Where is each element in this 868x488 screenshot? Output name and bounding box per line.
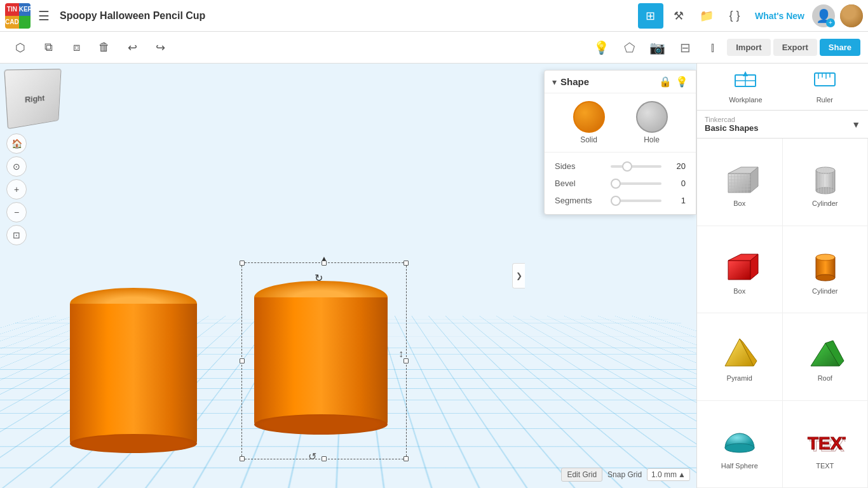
- bevel-label: Bevel: [555, 179, 606, 188]
- zoom-in-button[interactable]: +: [6, 179, 27, 200]
- hole-option[interactable]: Hole: [636, 101, 668, 144]
- camera-icon[interactable]: 📷: [646, 36, 668, 59]
- collapse-panel-button[interactable]: ❯: [512, 263, 525, 288]
- duplicate-button[interactable]: ⧈: [64, 35, 89, 60]
- segments-value: 1: [667, 196, 686, 205]
- shapes-category-label: Basic Shapes: [705, 123, 759, 133]
- shape-card-box-red[interactable]: Box: [697, 226, 783, 314]
- shape-card-text-red[interactable]: TEXT TEXT TEXT: [783, 401, 869, 489]
- shape-card-box-grey[interactable]: Box: [697, 139, 783, 226]
- info-icon[interactable]: 💡: [675, 76, 688, 88]
- shape-card-cylinder-grey[interactable]: Cylinder: [783, 139, 869, 226]
- sides-slider-container: [611, 165, 661, 168]
- segments-slider-container: [611, 200, 661, 202]
- profile-picture[interactable]: [840, 4, 863, 27]
- align-icon[interactable]: ⫿: [702, 36, 724, 59]
- logo[interactable]: TIN KER CAD: [5, 3, 31, 29]
- svg-point-25: [816, 187, 835, 194]
- shape-panel-toggle[interactable]: ▾: [552, 77, 557, 87]
- segments-slider[interactable]: [611, 200, 661, 202]
- cylinder-grey-label: Cylinder: [812, 200, 837, 207]
- handle-ml[interactable]: [240, 358, 245, 363]
- grid-controls: Edit Grid Snap Grid 1.0 mm ▲: [561, 468, 690, 482]
- sides-value: 20: [667, 161, 686, 171]
- hamburger-icon[interactable]: ☰: [38, 8, 50, 24]
- zoom-out-button[interactable]: −: [6, 202, 27, 222]
- bevel-control: Bevel 0: [555, 175, 686, 192]
- ruler-tool[interactable]: Ruler: [813, 70, 836, 104]
- shapes-icon[interactable]: ⬠: [618, 36, 641, 59]
- roof-green-label: Roof: [818, 374, 832, 382]
- text-red-label: TEXT: [816, 462, 834, 470]
- bevel-slider[interactable]: [611, 182, 661, 185]
- copy-workplane-button[interactable]: ⬡: [8, 35, 33, 60]
- cylinder-orange-label: Cylinder: [812, 287, 837, 295]
- undo-button[interactable]: ↩: [119, 35, 145, 60]
- solid-option[interactable]: Solid: [573, 101, 605, 144]
- height-handle[interactable]: ▲: [320, 254, 328, 263]
- sides-slider[interactable]: [611, 165, 661, 168]
- grid-view-button[interactable]: ⊞: [638, 3, 663, 29]
- add-user-button[interactable]: 👤 +: [812, 4, 835, 27]
- view-mode-button[interactable]: ⊡: [6, 225, 27, 245]
- code-button[interactable]: { }: [722, 3, 747, 29]
- workplane-tool[interactable]: Workplane: [729, 70, 762, 104]
- handle-tr[interactable]: [403, 261, 409, 266]
- shapes-grid: Box: [697, 139, 868, 488]
- viewport[interactable]: Right 🏠 ⊙ + − ⊡ ↻ ↕: [0, 64, 696, 488]
- shape-card-halfsphere-teal[interactable]: Half Sphere: [697, 401, 783, 489]
- rotate-handle-bottom[interactable]: ↺: [308, 451, 316, 463]
- export-button[interactable]: Export: [773, 39, 817, 56]
- shape-card-cylinder-orange[interactable]: Cylinder: [783, 226, 869, 314]
- logo-i: KER: [19, 3, 31, 16]
- cylinder-left[interactable]: [70, 304, 197, 444]
- mirror-icon[interactable]: ⊟: [674, 36, 696, 59]
- right-panel: Workplane Ruler Tinkercad Basic: [696, 64, 868, 488]
- roof-green-icon: [803, 334, 847, 372]
- box-red-icon: [717, 247, 762, 285]
- cylinder-left-bottom: [70, 434, 197, 453]
- folder-button[interactable]: 📁: [694, 3, 719, 29]
- import-button[interactable]: Import: [727, 39, 770, 56]
- cylinder-grey-icon: [803, 159, 847, 197]
- edit-grid-button[interactable]: Edit Grid: [561, 468, 602, 482]
- snap-grid-value[interactable]: 1.0 mm ▲: [647, 468, 690, 481]
- shapes-dropdown-button[interactable]: ▼: [851, 119, 860, 130]
- cube-indicator[interactable]: Right: [6, 70, 64, 127]
- project-title[interactable]: Spoopy Halloween Pencil Cup: [60, 10, 633, 22]
- pyramid-yellow-label: Pyramid: [727, 374, 752, 382]
- cube-face[interactable]: Right: [4, 69, 61, 129]
- handle-tm[interactable]: [322, 261, 327, 266]
- box-red-label: Box: [733, 287, 745, 295]
- cylinder-right-bottom: [254, 414, 388, 435]
- handle-mr[interactable]: [403, 358, 409, 363]
- share-button[interactable]: Share: [820, 39, 860, 56]
- rotate-handle-right[interactable]: ↕: [398, 348, 403, 360]
- focus-nav-button[interactable]: ⊙: [6, 156, 27, 177]
- delete-button[interactable]: 🗑: [92, 35, 117, 60]
- snap-grid-chevron: ▲: [678, 470, 686, 479]
- svg-point-47: [725, 444, 754, 452]
- sides-control: Sides 20: [555, 158, 686, 175]
- svg-point-24: [816, 167, 835, 173]
- shape-panel: ▾ Shape 🔒 💡 Solid Hole Si: [544, 70, 696, 215]
- home-nav-button[interactable]: 🏠: [6, 133, 27, 154]
- lightbulb-icon[interactable]: 💡: [590, 36, 613, 59]
- ruler-icon: [813, 70, 836, 93]
- lock-icon[interactable]: 🔒: [659, 76, 672, 88]
- copy-button[interactable]: ⧉: [36, 35, 61, 60]
- svg-point-40: [816, 274, 835, 281]
- shape-card-roof-green[interactable]: Roof: [783, 313, 869, 401]
- cylinder-orange-icon: [803, 247, 847, 285]
- redo-button[interactable]: ↪: [147, 35, 173, 60]
- cylinder-right[interactable]: ↻ ↕ ▲: [254, 297, 388, 424]
- shapes-library-header: Tinkercad Basic Shapes ▼: [697, 111, 868, 139]
- ruler-label: Ruler: [817, 96, 833, 104]
- topbar: TIN KER CAD ☰ Spoopy Halloween Pencil Cu…: [0, 0, 868, 32]
- left-nav: 🏠 ⊙ + − ⊡: [6, 133, 27, 245]
- whats-new-link[interactable]: What's New: [750, 11, 810, 21]
- hole-circle: [636, 101, 668, 133]
- shape-card-pyramid-yellow[interactable]: Pyramid: [697, 313, 783, 401]
- handle-tl[interactable]: [240, 261, 245, 266]
- tools-button[interactable]: ⚒: [666, 3, 691, 29]
